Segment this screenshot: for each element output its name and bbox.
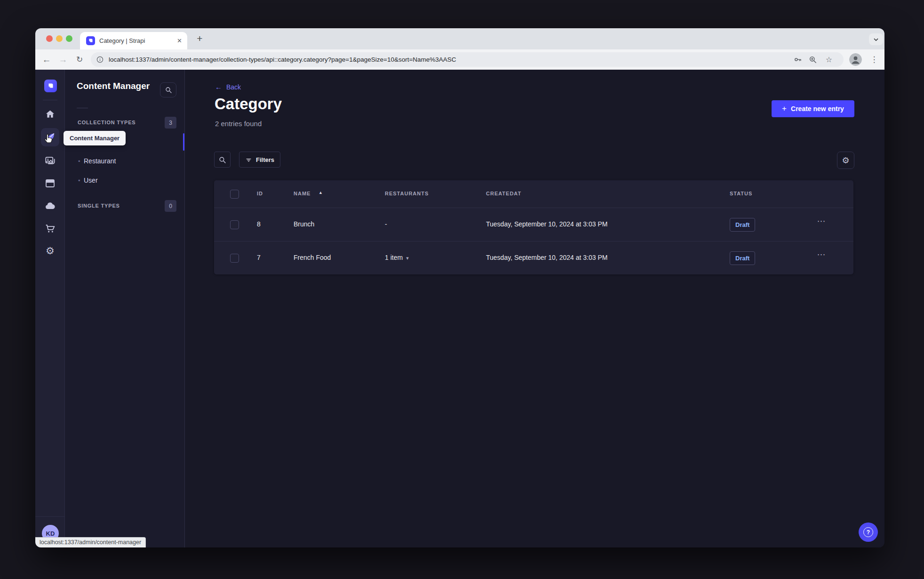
desktop-background: Category | Strapi ✕ + ← → ↻ localhost:13… — [0, 0, 924, 579]
single-types-count-badge: 0 — [165, 200, 176, 212]
rail-divider — [43, 100, 57, 100]
subnav-title: Content Manager — [77, 81, 150, 91]
cell-name: Brunch — [294, 220, 314, 228]
browser-menu-icon[interactable]: ⋮ — [868, 49, 880, 70]
column-header-createdat[interactable]: CREATEDAT — [486, 191, 521, 196]
caret-down-icon: ▾ — [406, 255, 409, 261]
filters-label: Filters — [256, 156, 274, 163]
restaurants-count: 1 item — [385, 254, 403, 261]
sidebar-item-user[interactable]: • User — [65, 172, 184, 189]
browser-toolbar: ← → ↻ localhost:1337/admin/content-manag… — [35, 49, 884, 70]
row-checkbox[interactable] — [230, 220, 239, 229]
window-close-button[interactable] — [46, 35, 53, 42]
media-library-icon[interactable] — [44, 155, 56, 167]
zoom-page-icon[interactable] — [808, 55, 817, 64]
marketplace-cart-icon[interactable] — [44, 223, 56, 234]
hand-cursor-icon — [43, 133, 55, 145]
browser-status-bar: localhost:1337/admin/content-manager — [35, 537, 146, 547]
row-checkbox[interactable] — [230, 254, 239, 263]
browser-tab-strip: Category | Strapi ✕ + — [35, 28, 884, 49]
cell-createdat: Tuesday, September 10, 2024 at 3:03 PM — [486, 254, 607, 261]
view-settings-button[interactable]: ⚙ — [837, 152, 854, 169]
help-button[interactable]: ? — [859, 523, 878, 542]
bullet-icon: • — [78, 172, 80, 189]
cell-restaurants-expand[interactable]: 1 item▾ — [385, 254, 409, 261]
bullet-icon: • — [78, 153, 80, 170]
content-type-builder-icon[interactable] — [44, 177, 56, 189]
browser-profile-avatar[interactable] — [849, 53, 862, 66]
column-header-name[interactable]: NAME — [294, 191, 311, 196]
tab-close-icon[interactable]: ✕ — [177, 32, 182, 49]
browser-forward-button[interactable]: → — [56, 49, 70, 70]
table-row[interactable]: 7 French Food 1 item▾ Tuesday, September… — [214, 241, 853, 274]
subnav-divider — [77, 108, 88, 108]
password-manager-icon[interactable] — [793, 55, 802, 64]
gear-icon: ⚙ — [842, 155, 849, 166]
create-new-entry-label: Create new entry — [791, 105, 844, 113]
collection-types-count-badge: 3 — [165, 117, 176, 129]
rail-bottom-divider — [35, 516, 65, 517]
window-minimize-button[interactable] — [56, 35, 63, 42]
collection-types-label: COLLECTION TYPES — [78, 120, 135, 125]
sidebar-item-restaurant[interactable]: • Restaurant — [65, 153, 184, 170]
category-list-view: ←Back Category 2 entries found + Create … — [185, 70, 884, 547]
subnav-search-button[interactable] — [160, 82, 176, 97]
filters-button[interactable]: Filters — [239, 152, 280, 168]
browser-tab[interactable]: Category | Strapi ✕ — [80, 32, 187, 49]
entries-table: ID NAME ▲ RESTAURANTS CREATEDAT STATUS 8… — [214, 180, 853, 274]
browser-back-button[interactable]: ← — [40, 49, 54, 70]
browser-reload-button[interactable]: ↻ — [72, 49, 87, 70]
sort-ascending-icon[interactable]: ▲ — [319, 190, 323, 195]
filter-icon — [245, 156, 252, 163]
cell-createdat: Tuesday, September 10, 2024 at 3:03 PM — [486, 220, 607, 228]
search-icon — [218, 156, 226, 164]
search-icon — [165, 86, 172, 94]
tab-title: Category | Strapi — [99, 32, 145, 49]
active-item-indicator — [183, 133, 184, 151]
back-label: Back — [226, 83, 241, 91]
list-search-button[interactable] — [214, 152, 231, 168]
status-badge: Draft — [730, 251, 755, 265]
select-all-checkbox[interactable] — [230, 190, 239, 199]
window-zoom-button[interactable] — [66, 35, 72, 42]
user-link: User — [84, 172, 98, 189]
back-link[interactable]: ←Back — [215, 83, 241, 91]
status-badge: Draft — [730, 218, 755, 232]
back-arrow-icon: ← — [215, 83, 222, 91]
column-header-status[interactable]: STATUS — [730, 191, 752, 196]
content-manager-tooltip: Content Manager — [64, 131, 126, 145]
tab-search-button[interactable] — [869, 33, 883, 45]
strapi-app: ⚙ KD Content Manager COLLECTION TYPES 3 … — [35, 70, 884, 547]
column-header-restaurants[interactable]: RESTAURANTS — [385, 191, 429, 196]
plus-icon: + — [782, 104, 787, 113]
cell-name: French Food — [294, 254, 331, 261]
table-row[interactable]: 8 Brunch - Tuesday, September 10, 2024 a… — [214, 208, 853, 241]
strapi-logo[interactable] — [44, 80, 57, 92]
table-header-row: ID NAME ▲ RESTAURANTS CREATEDAT STATUS — [214, 180, 853, 208]
strapi-favicon-icon — [86, 36, 95, 45]
question-mark-icon: ? — [863, 527, 873, 537]
column-header-id[interactable]: ID — [257, 191, 263, 196]
bookmark-star-icon[interactable]: ☆ — [826, 52, 832, 67]
cell-id: 8 — [257, 220, 261, 228]
create-new-entry-button[interactable]: + Create new entry — [772, 100, 854, 117]
chevron-down-icon — [873, 36, 879, 43]
cloud-icon[interactable] — [44, 200, 56, 212]
page-title: Category — [215, 95, 282, 113]
cell-restaurants: - — [385, 220, 387, 228]
url-text: localhost:1337/admin/content-manager/col… — [109, 52, 456, 67]
url-bar[interactable]: localhost:1337/admin/content-manager/col… — [91, 52, 844, 67]
home-icon[interactable] — [44, 108, 56, 120]
settings-gear-icon[interactable]: ⚙ — [35, 245, 65, 257]
cell-id: 7 — [257, 254, 261, 261]
site-info-icon[interactable] — [96, 56, 104, 64]
new-tab-button[interactable]: + — [193, 32, 206, 45]
browser-window: Category | Strapi ✕ + ← → ↻ localhost:13… — [35, 28, 884, 547]
entries-count: 2 entries found — [215, 120, 262, 128]
restaurant-link: Restaurant — [84, 153, 116, 170]
single-types-label: SINGLE TYPES — [78, 203, 120, 209]
row-actions-icon[interactable]: ⋯ — [814, 249, 828, 260]
row-actions-icon[interactable]: ⋯ — [814, 216, 828, 226]
